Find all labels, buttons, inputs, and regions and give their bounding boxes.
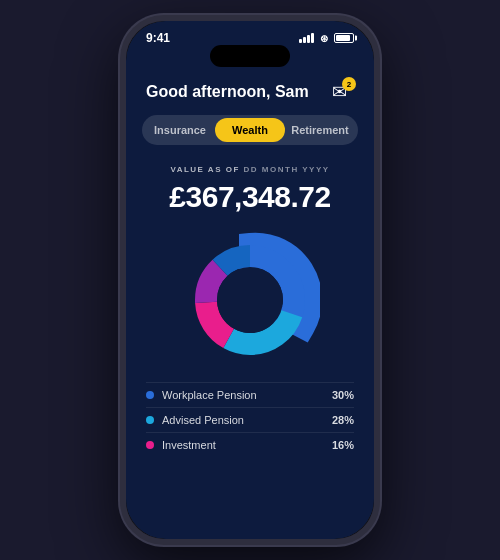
- legend-label-advised: Advised Pension: [162, 414, 244, 426]
- legend-item-investment: Investment 16%: [146, 432, 354, 457]
- signal-icon: [299, 33, 314, 43]
- legend-label-investment: Investment: [162, 439, 216, 451]
- battery-icon: [334, 33, 354, 43]
- legend-dot-workplace: [146, 391, 154, 399]
- legend-item-workplace: Workplace Pension 30%: [146, 382, 354, 407]
- tab-bar: Insurance Wealth Retirement: [142, 115, 358, 145]
- legend: Workplace Pension 30% Advised Pension 28…: [126, 374, 374, 457]
- tab-insurance[interactable]: Insurance: [145, 118, 215, 142]
- legend-dot-advised: [146, 416, 154, 424]
- value-label: VALUE AS OF DD MONTH YYYY: [146, 165, 354, 174]
- value-amount: £367,348.72: [146, 180, 354, 214]
- value-section: VALUE AS OF DD MONTH YYYY £367,348.72: [126, 161, 374, 222]
- phone-screen: 9:41 ⊛ Good afternoon, Sam ✉ 2: [126, 21, 374, 539]
- tab-wealth[interactable]: Wealth: [215, 118, 285, 142]
- donut-hole: [217, 267, 283, 333]
- phone-frame: 9:41 ⊛ Good afternoon, Sam ✉ 2: [120, 15, 380, 545]
- legend-dot-investment: [146, 441, 154, 449]
- legend-item-advised: Advised Pension 28%: [146, 407, 354, 432]
- wifi-icon: ⊛: [320, 33, 328, 44]
- legend-label-workplace: Workplace Pension: [162, 389, 257, 401]
- notification-badge: 2: [342, 77, 356, 91]
- status-time: 9:41: [146, 31, 170, 45]
- greeting-text: Good afternoon, Sam: [146, 83, 309, 101]
- notification-button[interactable]: ✉ 2: [324, 79, 354, 105]
- dynamic-island: [210, 45, 290, 67]
- donut-chart: [180, 230, 320, 370]
- header: Good afternoon, Sam ✉ 2: [126, 75, 374, 115]
- legend-pct-advised: 28%: [332, 414, 354, 426]
- legend-pct-investment: 16%: [332, 439, 354, 451]
- donut-chart-container: [126, 222, 374, 374]
- legend-pct-workplace: 30%: [332, 389, 354, 401]
- status-icons: ⊛: [299, 33, 354, 44]
- tab-retirement[interactable]: Retirement: [285, 118, 355, 142]
